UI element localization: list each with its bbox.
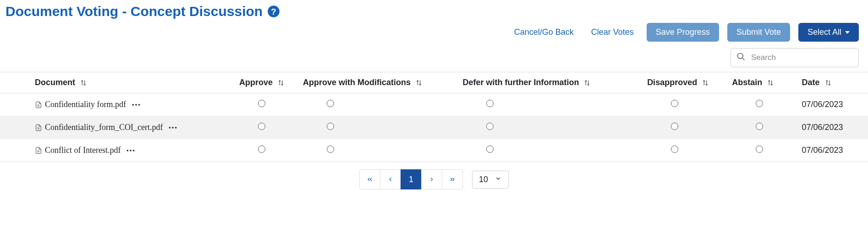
svg-point-7 — [169, 127, 171, 129]
clear-votes-button[interactable]: Clear Votes — [587, 24, 638, 41]
voting-table: Document Approve Approve with Modificati… — [0, 72, 868, 162]
column-label: Document — [35, 78, 75, 87]
column-label: Approve — [239, 78, 273, 87]
sort-icon[interactable] — [415, 79, 423, 86]
select-all-button[interactable]: Select All — [798, 23, 859, 42]
approve-radio[interactable] — [258, 123, 265, 130]
more-options-icon[interactable] — [126, 149, 135, 152]
column-header-approve[interactable]: Approve — [225, 72, 299, 93]
cancel-button[interactable]: Cancel/Go Back — [510, 24, 578, 41]
svg-point-10 — [127, 150, 129, 151]
page-first-button[interactable] — [359, 169, 380, 189]
sort-icon[interactable] — [767, 79, 774, 86]
table-row: Confidentiality_form_COI_cert.pdf07/06/2… — [0, 116, 868, 139]
pagination: 1 10 — [0, 162, 868, 197]
abstain-radio[interactable] — [756, 146, 763, 153]
chevron-double-right-icon — [449, 176, 456, 183]
abstain-radio[interactable] — [756, 100, 763, 107]
svg-point-6 — [138, 104, 140, 106]
date-value: 07/06/2023 — [802, 100, 843, 109]
page-size-value: 10 — [479, 175, 488, 184]
date-value: 07/06/2023 — [802, 123, 843, 132]
defer-radio[interactable] — [486, 123, 494, 130]
submit-vote-button[interactable]: Submit Vote — [727, 23, 790, 42]
select-all-label: Select All — [808, 27, 841, 37]
svg-point-4 — [132, 104, 134, 106]
date-value: 07/06/2023 — [802, 146, 843, 155]
help-icon[interactable]: ? — [267, 5, 280, 18]
svg-point-8 — [172, 127, 174, 129]
search-input[interactable] — [750, 53, 853, 63]
sort-icon[interactable] — [824, 79, 832, 86]
abstain-radio[interactable] — [756, 123, 763, 130]
more-options-icon[interactable] — [168, 126, 177, 129]
page-number-button[interactable]: 1 — [401, 169, 422, 189]
column-label: Approve with Modifications — [303, 78, 411, 87]
column-header-document[interactable]: Document — [0, 72, 225, 93]
approve-radio[interactable] — [258, 100, 265, 107]
svg-point-2 — [738, 54, 743, 59]
table-row: Confidentiality form.pdf07/06/2023 — [0, 93, 868, 116]
approve-mod-radio[interactable] — [327, 146, 334, 153]
svg-point-5 — [135, 104, 137, 106]
column-label: Defer with further Information — [462, 78, 579, 87]
page-title-text: Document Voting - Concept Discussion — [5, 4, 263, 19]
chevron-down-icon — [494, 175, 502, 184]
svg-point-11 — [130, 150, 132, 151]
pdf-file-icon — [35, 146, 42, 155]
approve-radio[interactable] — [258, 146, 265, 153]
disapproved-radio[interactable] — [671, 100, 678, 107]
sort-icon[interactable] — [583, 79, 591, 86]
document-name[interactable]: Conflict of Interest.pdf — [45, 146, 121, 155]
pdf-file-icon — [35, 101, 42, 109]
defer-radio[interactable] — [486, 100, 494, 107]
column-header-defer[interactable]: Defer with further Information — [459, 72, 643, 93]
approve-mod-radio[interactable] — [327, 123, 334, 130]
chevron-right-icon — [429, 176, 435, 183]
chevron-double-left-icon — [366, 176, 374, 183]
svg-text:?: ? — [271, 7, 276, 16]
document-name[interactable]: Confidentiality_form_COI_cert.pdf — [45, 123, 163, 132]
save-progress-button[interactable]: Save Progress — [647, 23, 719, 42]
search-box[interactable] — [731, 48, 859, 67]
svg-point-9 — [175, 127, 177, 129]
page-size-select[interactable]: 10 — [472, 171, 509, 189]
page-prev-button[interactable] — [380, 169, 401, 189]
page-last-button[interactable] — [442, 169, 463, 189]
more-options-icon[interactable] — [132, 103, 141, 107]
column-header-approve-mod[interactable]: Approve with Modifications — [299, 72, 459, 93]
column-header-abstain[interactable]: Abstain — [728, 72, 798, 93]
document-name[interactable]: Confidentiality form.pdf — [45, 100, 126, 109]
toolbar: Cancel/Go Back Clear Votes Save Progress… — [0, 19, 868, 48]
disapproved-radio[interactable] — [671, 123, 678, 130]
disapproved-radio[interactable] — [671, 146, 678, 153]
defer-radio[interactable] — [486, 146, 494, 153]
search-icon — [736, 52, 746, 63]
sort-icon[interactable] — [80, 79, 87, 86]
table-row: Conflict of Interest.pdf07/06/2023 — [0, 139, 868, 162]
caret-down-icon — [845, 31, 850, 34]
column-header-date[interactable]: Date — [798, 72, 868, 93]
column-label: Date — [802, 78, 820, 87]
sort-icon[interactable] — [277, 79, 285, 86]
svg-point-12 — [133, 150, 135, 151]
sort-icon[interactable] — [702, 79, 709, 86]
approve-mod-radio[interactable] — [327, 100, 334, 107]
column-label: Disapproved — [647, 78, 697, 87]
pdf-file-icon — [35, 124, 42, 132]
page-next-button[interactable] — [421, 169, 442, 189]
chevron-left-icon — [387, 176, 394, 183]
page-title: Document Voting - Concept Discussion ? — [5, 4, 280, 19]
column-label: Abstain — [732, 78, 762, 87]
column-header-disapproved[interactable]: Disapproved — [643, 72, 728, 93]
svg-line-3 — [742, 58, 745, 60]
